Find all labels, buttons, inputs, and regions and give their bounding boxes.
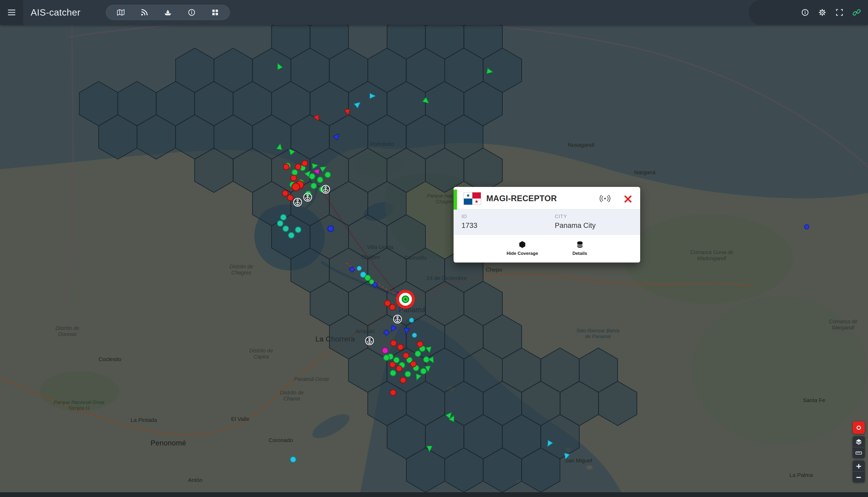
vessel-marker[interactable] — [384, 330, 389, 336]
vessel-track — [346, 263, 403, 298]
vessel-marker[interactable] — [287, 195, 293, 201]
ship-list-button[interactable] — [159, 6, 176, 19]
vessel-marker[interactable] — [276, 143, 283, 150]
vessel-marker[interactable] — [396, 366, 402, 371]
vessel-marker[interactable] — [357, 266, 362, 271]
zoom-in-button[interactable]: + — [853, 460, 865, 471]
vessel-marker[interactable] — [320, 164, 328, 172]
zoom-out-button[interactable]: − — [853, 471, 865, 482]
receptor-toggle-button[interactable] — [853, 422, 865, 434]
vessel-marker[interactable] — [403, 353, 409, 358]
anchorage-marker[interactable] — [365, 337, 374, 345]
vessel-marker[interactable] — [290, 457, 296, 463]
vessel-marker[interactable] — [428, 357, 436, 365]
vessel-marker[interactable] — [288, 232, 294, 238]
vessel-marker[interactable] — [414, 374, 421, 381]
vessel-marker[interactable] — [382, 347, 388, 353]
anchorage-marker[interactable] — [304, 193, 312, 201]
panels-button[interactable] — [206, 6, 224, 19]
vessel-marker[interactable] — [804, 225, 809, 229]
map-controls: + − — [853, 422, 865, 482]
vessel-marker[interactable] — [312, 162, 318, 169]
vessel-marker[interactable] — [275, 62, 283, 70]
vessel-marker[interactable] — [417, 341, 423, 347]
popup-header: MAGI-RECEPTOR × — [453, 187, 640, 209]
vessel-marker[interactable] — [410, 361, 416, 367]
vessel-marker[interactable] — [403, 328, 410, 335]
vessel-marker[interactable] — [313, 168, 319, 174]
vessel-marker[interactable] — [390, 304, 395, 310]
anchorage-marker[interactable] — [294, 198, 302, 206]
vessel-marker[interactable] — [282, 190, 288, 196]
vessel-marker[interactable] — [390, 390, 396, 396]
vessel-marker[interactable] — [277, 221, 283, 226]
vessel-marker[interactable] — [295, 227, 301, 233]
vessel-marker[interactable] — [385, 300, 390, 306]
vessel-marker[interactable] — [390, 370, 396, 376]
vessel-marker[interactable] — [405, 371, 411, 377]
vessel-marker[interactable] — [384, 355, 389, 360]
vessel-marker[interactable] — [545, 440, 553, 448]
vessel-marker[interactable] — [292, 183, 300, 191]
share-link-button[interactable] — [853, 9, 860, 16]
hide-coverage-button[interactable]: Hide Coverage — [507, 241, 538, 256]
vessel-marker[interactable] — [354, 100, 362, 108]
info-panel-button[interactable] — [183, 6, 200, 19]
stations-button[interactable] — [135, 6, 153, 19]
vessel-marker[interactable] — [333, 132, 341, 140]
vessel-marker[interactable] — [283, 164, 289, 170]
grid-icon — [212, 9, 219, 16]
vessel-marker[interactable] — [369, 280, 374, 284]
settings-button[interactable] — [818, 9, 826, 16]
vessel-marker[interactable] — [412, 333, 417, 338]
vessel-marker[interactable] — [325, 172, 331, 178]
anchorage-marker[interactable] — [322, 185, 330, 193]
vessel-marker[interactable] — [422, 97, 430, 105]
vessel-marker[interactable] — [426, 346, 432, 353]
vessel-marker[interactable] — [415, 351, 421, 357]
layers-icon — [855, 438, 862, 445]
map-view-button[interactable] — [112, 6, 130, 19]
ais-catcher-app: PortobeloNusagandíNarganáChilibreVilla U… — [0, 0, 868, 497]
vessel-marker[interactable] — [397, 344, 403, 350]
vessel-marker[interactable] — [311, 183, 317, 189]
vessel-marker[interactable] — [391, 340, 396, 346]
vessel-marker[interactable] — [292, 169, 298, 175]
measure-button[interactable] — [853, 447, 865, 458]
vessel-marker[interactable] — [309, 173, 315, 179]
vessel-marker[interactable] — [328, 226, 334, 231]
fullscreen-icon — [836, 9, 843, 16]
vessel-marker[interactable] — [291, 175, 296, 181]
vessel-marker[interactable] — [317, 177, 323, 183]
vessel-marker[interactable] — [420, 368, 426, 374]
layers-button[interactable] — [853, 436, 865, 447]
vessel-marker[interactable] — [314, 114, 321, 123]
vessel-marker[interactable] — [427, 446, 432, 452]
vessel-marker[interactable] — [302, 160, 308, 166]
bottom-bar — [0, 492, 868, 497]
fullscreen-button[interactable] — [836, 9, 843, 16]
vessel-marker[interactable] — [349, 267, 355, 272]
receiver-marker[interactable] — [397, 291, 414, 307]
signal-level-bar — [453, 189, 457, 210]
vessel-marker[interactable] — [390, 361, 395, 368]
vessel-marker[interactable] — [409, 318, 414, 323]
popup-info-row: ID 1733 CITY Panama City — [453, 209, 640, 235]
close-icon[interactable]: × — [623, 194, 633, 203]
vessel-marker[interactable] — [280, 214, 286, 220]
vessel-marker[interactable] — [295, 164, 301, 170]
vessel-marker[interactable] — [344, 109, 351, 115]
panama-flag-icon — [464, 192, 481, 205]
vessel-marker[interactable] — [400, 377, 406, 383]
vessel-marker[interactable] — [563, 453, 569, 460]
about-button[interactable] — [801, 9, 809, 16]
vessel-marker[interactable] — [487, 68, 493, 75]
details-button[interactable]: Details — [573, 241, 587, 256]
menu-button[interactable] — [0, 0, 23, 25]
vessel-marker[interactable] — [283, 226, 289, 231]
anchorage-marker[interactable] — [393, 315, 402, 323]
vessel-marker[interactable] — [365, 275, 371, 281]
vessel-marker[interactable] — [287, 147, 295, 155]
vessel-marker[interactable] — [370, 93, 376, 99]
antenna-icon[interactable] — [599, 194, 611, 203]
